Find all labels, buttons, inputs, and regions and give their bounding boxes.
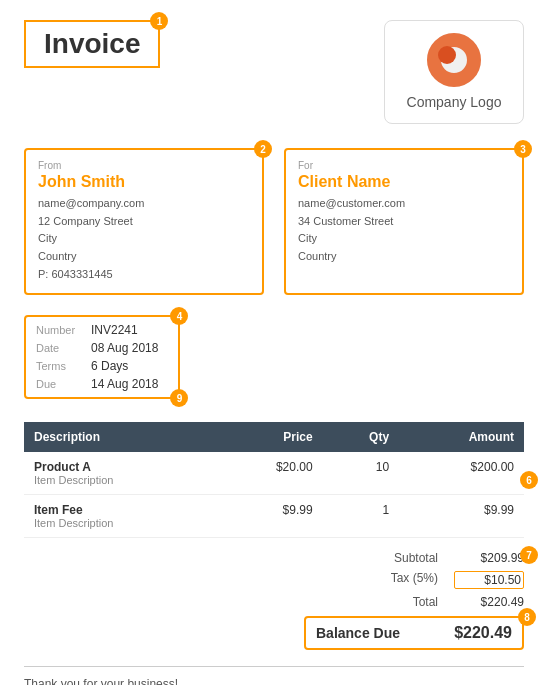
badge-1: 1 bbox=[150, 12, 168, 30]
meta-value-number: INV2241 bbox=[91, 321, 168, 339]
from-label: From bbox=[38, 160, 250, 171]
meta-row-due: Due 14 Aug 2018 bbox=[36, 375, 168, 393]
meta-row-date: Date 08 Aug 2018 bbox=[36, 339, 168, 357]
from-name: John Smith bbox=[38, 173, 250, 191]
col-price: Price bbox=[214, 422, 322, 452]
meta-label-date: Date bbox=[36, 339, 91, 357]
tax-value: $10.50 bbox=[454, 571, 524, 589]
total-label: Total bbox=[304, 595, 454, 609]
meta-row-terms: Terms 6 Days bbox=[36, 357, 168, 375]
badge-8: 8 bbox=[518, 608, 536, 626]
meta-label-due: Due bbox=[36, 375, 91, 393]
tax-label: Tax (5%) bbox=[304, 571, 454, 589]
col-amount: Amount bbox=[399, 422, 524, 452]
table-header-row: Description Price Qty Amount bbox=[24, 422, 524, 452]
total-value: $220.49 bbox=[454, 595, 524, 609]
for-label: For bbox=[298, 160, 510, 171]
badge-9: 9 bbox=[170, 389, 188, 407]
item-1-qty: 10 bbox=[323, 452, 400, 495]
balance-due-label: Balance Due bbox=[316, 625, 400, 641]
invoice-title: Invoice bbox=[44, 28, 140, 59]
totals-section: Subtotal $209.99 Tax (5%) $10.50 7 Total… bbox=[24, 548, 524, 650]
svg-point-2 bbox=[438, 46, 456, 64]
from-details: name@company.com 12 Company Street City … bbox=[38, 195, 250, 283]
total-row: Total $220.49 bbox=[304, 592, 524, 612]
items-table: Description Price Qty Amount Product A I… bbox=[24, 422, 524, 538]
meta-label-terms: Terms bbox=[36, 357, 91, 375]
meta-value-date: 08 Aug 2018 bbox=[91, 339, 168, 357]
meta-label-number: Number bbox=[36, 321, 91, 339]
meta-box: Number INV2241 Date 08 Aug 2018 Terms 6 … bbox=[24, 315, 180, 399]
invoice-title-box: Invoice 1 bbox=[24, 20, 160, 68]
tax-row: Tax (5%) $10.50 7 bbox=[304, 568, 524, 592]
invoice-meta: Number INV2241 Date 08 Aug 2018 Terms 6 … bbox=[24, 315, 180, 402]
item-2-description: Item Fee Item Description bbox=[24, 495, 214, 538]
items-section: Description Price Qty Amount Product A I… bbox=[24, 422, 524, 538]
item-1-price: $20.00 bbox=[214, 452, 322, 495]
footer-text: Thank you for your business! bbox=[24, 677, 524, 685]
item-2-qty: 1 bbox=[323, 495, 400, 538]
badge-7: 7 bbox=[520, 546, 538, 564]
item-2-price: $9.99 bbox=[214, 495, 322, 538]
badge-3: 3 bbox=[514, 140, 532, 158]
item-1-amount: $200.00 bbox=[399, 452, 524, 495]
for-box: For Client Name name@customer.com 34 Cus… bbox=[284, 148, 524, 295]
parties-section: From John Smith name@company.com 12 Comp… bbox=[24, 148, 524, 295]
col-description: Description bbox=[24, 422, 214, 452]
badge-6: 6 bbox=[520, 471, 538, 489]
meta-value-terms: 6 Days bbox=[91, 357, 168, 375]
table-row: Item Fee Item Description $9.99 1 $9.99 bbox=[24, 495, 524, 538]
meta-table: Number INV2241 Date 08 Aug 2018 Terms 6 … bbox=[36, 321, 168, 393]
subtotal-value: $209.99 bbox=[454, 551, 524, 565]
subtotal-row: Subtotal $209.99 bbox=[304, 548, 524, 568]
company-logo-icon bbox=[427, 33, 481, 87]
logo-box: Company Logo bbox=[384, 20, 524, 124]
balance-due-value: $220.49 bbox=[454, 624, 512, 642]
balance-due-box: Balance Due $220.49 8 bbox=[304, 616, 524, 650]
table-row: Product A Item Description $20.00 10 $20… bbox=[24, 452, 524, 495]
meta-row-number: Number INV2241 bbox=[36, 321, 168, 339]
footer-divider bbox=[24, 666, 524, 667]
from-box: From John Smith name@company.com 12 Comp… bbox=[24, 148, 264, 295]
item-2-amount: $9.99 bbox=[399, 495, 524, 538]
badge-4: 4 bbox=[170, 307, 188, 325]
for-details: name@customer.com 34 Customer Street Cit… bbox=[298, 195, 510, 265]
invoice-header: Invoice 1 Company Logo bbox=[24, 20, 524, 124]
meta-value-due: 14 Aug 2018 bbox=[91, 375, 168, 393]
badge-2: 2 bbox=[254, 140, 272, 158]
col-qty: Qty bbox=[323, 422, 400, 452]
company-logo-text: Company Logo bbox=[407, 93, 502, 111]
item-1-description: Product A Item Description bbox=[24, 452, 214, 495]
for-name: Client Name bbox=[298, 173, 510, 191]
subtotal-label: Subtotal bbox=[304, 551, 454, 565]
